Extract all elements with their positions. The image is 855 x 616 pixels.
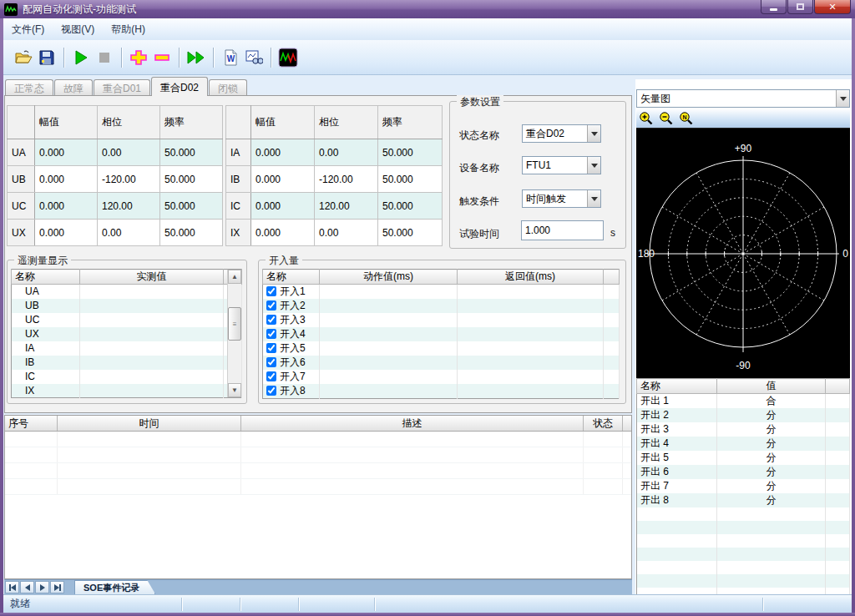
device-name-select[interactable]: FTU1	[522, 156, 601, 174]
table-row: IC	[12, 370, 242, 384]
remove-state-button[interactable]	[150, 46, 174, 69]
scroll-up-icon[interactable]: ▲	[228, 270, 241, 284]
cell-amplitude[interactable]: 0.000	[251, 193, 315, 220]
trigger-select[interactable]: 时间触发	[522, 189, 601, 208]
chevron-down-icon[interactable]	[587, 157, 600, 174]
next-page-button[interactable]	[35, 581, 49, 593]
scrollbar-thumb[interactable]: ≡	[228, 307, 241, 341]
tab-reclose-d01[interactable]: 重合D01	[94, 79, 150, 96]
table-row: IB	[12, 356, 242, 370]
minimize-button[interactable]	[761, 0, 787, 14]
cell-phase[interactable]: 120.00	[315, 193, 378, 220]
input-checkbox[interactable]	[266, 357, 276, 367]
output-value: 分	[717, 465, 826, 479]
tab-soe-event-log[interactable]: SOE事件记录	[74, 580, 155, 594]
continue-test-button[interactable]	[185, 46, 208, 69]
input-checkbox[interactable]	[266, 300, 276, 311]
menu-view[interactable]: 视图(V)	[53, 19, 103, 40]
table-row	[5, 447, 631, 463]
cell-amplitude[interactable]: 0.000	[251, 220, 315, 246]
column-header: 序号	[5, 416, 58, 431]
cell-phase[interactable]: -120.00	[98, 166, 160, 193]
tab-normal-state[interactable]: 正常态	[5, 79, 53, 96]
cell-phase[interactable]: 0.00	[315, 220, 378, 246]
output-value: 分	[717, 408, 826, 422]
test-time-input[interactable]	[521, 220, 604, 240]
report-preview-button[interactable]	[242, 46, 266, 69]
menu-help[interactable]: 帮助(H)	[103, 19, 154, 40]
table-row: 开入8	[263, 384, 620, 399]
column-header: 频率	[160, 106, 223, 139]
maximize-button[interactable]	[787, 0, 813, 14]
first-page-button[interactable]	[5, 581, 19, 593]
cell-frequency[interactable]: 50.000	[378, 193, 443, 220]
tab-lockout[interactable]: 闭锁	[209, 79, 247, 96]
output-value: 合	[717, 394, 826, 409]
telemetry-name: UB	[12, 299, 80, 313]
cell-amplitude[interactable]: 0.000	[35, 193, 98, 220]
cell-frequency[interactable]: 50.000	[378, 166, 443, 193]
table-row: 开入1	[263, 285, 620, 300]
last-page-button[interactable]	[50, 581, 64, 593]
cell-amplitude[interactable]: 0.000	[35, 220, 98, 246]
cell-frequency[interactable]: 50.000	[160, 220, 223, 246]
cell-phase[interactable]: 0.00	[98, 139, 160, 166]
input-checkbox[interactable]	[266, 386, 276, 396]
chevron-down-icon[interactable]	[587, 190, 600, 207]
stop-test-button[interactable]	[93, 46, 116, 69]
cell-frequency[interactable]: 50.000	[160, 139, 223, 166]
add-state-button[interactable]	[127, 46, 150, 69]
cell-amplitude[interactable]: 0.000	[35, 166, 98, 193]
toolbar-separator	[121, 48, 122, 68]
table-header-row: 名称 实测值	[12, 270, 242, 285]
polar-label-bottom: -90	[736, 360, 751, 371]
cell-frequency[interactable]: 50.000	[160, 193, 223, 220]
close-button[interactable]: ✕	[814, 0, 851, 14]
prev-page-button[interactable]	[20, 581, 34, 593]
start-test-button[interactable]	[69, 46, 93, 69]
tab-reclose-d02[interactable]: 重合D02	[151, 77, 208, 96]
cell-phase[interactable]: 0.00	[98, 220, 160, 246]
state-name-select[interactable]: 重合D02	[522, 124, 601, 143]
event-table: 序号 时间 描述 状态	[4, 415, 632, 579]
cell-frequency[interactable]: 50.000	[378, 139, 443, 166]
window-border-right	[852, 18, 855, 613]
cell-amplitude[interactable]: 0.000	[35, 139, 98, 166]
telemetry-scrollbar[interactable]: ▲ ≡ ▼	[227, 270, 241, 397]
input-checkbox[interactable]	[266, 329, 276, 339]
input-checkbox[interactable]	[266, 315, 276, 325]
cell-phase[interactable]: 0.00	[315, 139, 378, 166]
cell-phase[interactable]: -120.00	[315, 166, 378, 193]
waveform-view-button[interactable]	[276, 46, 300, 69]
return-value	[458, 299, 604, 313]
scroll-down-icon[interactable]: ▼	[228, 383, 241, 397]
word-report-button[interactable]: W	[219, 46, 242, 69]
chevron-down-icon[interactable]	[836, 90, 849, 107]
save-button[interactable]	[35, 46, 58, 69]
cell-amplitude[interactable]: 0.000	[251, 166, 315, 193]
input-checkbox[interactable]	[266, 343, 276, 353]
cell-frequency[interactable]: 50.000	[160, 166, 223, 193]
view-selector[interactable]: 矢量图	[636, 89, 850, 108]
row-label: IX	[226, 220, 251, 246]
zoom-reset-button[interactable]: N	[676, 109, 696, 128]
output-value: 分	[717, 493, 826, 507]
input-checkbox[interactable]	[266, 371, 276, 381]
column-header: 描述	[241, 416, 584, 431]
table-row: 开出 5分	[637, 451, 850, 465]
open-file-button[interactable]	[12, 46, 35, 69]
column-header: 返回值(ms)	[458, 270, 604, 285]
zoom-in-button[interactable]	[636, 109, 656, 128]
cell-amplitude[interactable]: 0.000	[251, 139, 315, 166]
vector-zoom-toolbar: N	[636, 109, 850, 129]
input-checkbox[interactable]	[266, 286, 276, 296]
window-border-left	[0, 18, 3, 613]
tab-fault[interactable]: 故障	[54, 79, 93, 96]
return-value	[458, 285, 604, 300]
cell-phase[interactable]: 120.00	[98, 193, 160, 220]
zoom-in-icon	[639, 111, 654, 126]
cell-frequency[interactable]: 50.000	[378, 220, 443, 246]
chevron-down-icon[interactable]	[587, 125, 600, 142]
zoom-out-button[interactable]	[656, 109, 676, 128]
menu-file[interactable]: 文件(F)	[3, 19, 53, 40]
